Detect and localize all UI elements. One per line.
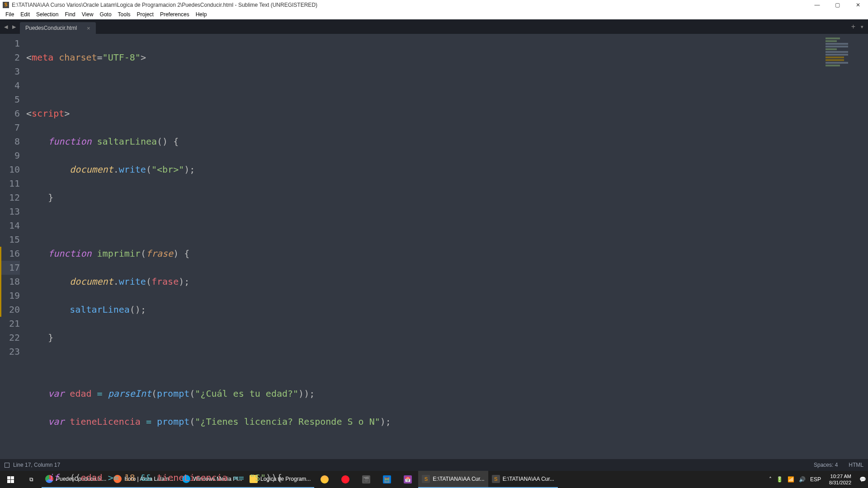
panel-toggle-icon[interactable] [5,463,9,468]
tab-strip: ◀ ▶ PuedesConducir.html × + ▾ [0,19,868,34]
minimize-button[interactable]: — [807,0,827,9]
new-tab-button[interactable]: + [851,23,855,31]
menu-help[interactable]: Help [193,10,210,19]
line-number: 23 [0,345,20,359]
line-number: 6 [0,107,20,121]
line-number: 22 [0,331,20,345]
menu-view[interactable]: View [79,10,96,19]
window-controls: — ▢ ✕ [807,0,868,9]
tab-nav-left-icon[interactable]: ◀ [2,22,10,32]
line-gutter: 1 2 3 4 5 6 7 8 9 10 11 12 13 14 15 16 1… [0,34,26,459]
menu-file[interactable]: File [3,10,17,19]
line-number: 11 [0,177,20,191]
minimap[interactable] [826,37,866,64]
menu-tools[interactable]: Tools [115,10,133,19]
line-number: 13 [0,205,20,219]
menu-bar: File Edit Selection Find View Goto Tools… [0,9,868,19]
app-icon: S [3,2,9,8]
tab-close-icon[interactable]: × [87,25,90,32]
line-number: 15 [0,233,20,247]
start-button[interactable] [0,471,21,488]
window-title: E:\TATIANA\AA Curso Varios\Oracle Latam\… [12,2,317,8]
tab-puedesconducir[interactable]: PuedesConducir.html × [20,22,96,34]
line-number: 14 [0,219,20,233]
line-number: 17 [0,261,20,275]
menu-preferences[interactable]: Preferences [157,10,192,19]
line-number: 8 [0,135,20,149]
tab-nav-right-icon[interactable]: ▶ [10,22,18,32]
line-number: 16 [0,247,20,261]
menu-project[interactable]: Project [134,10,156,19]
menu-selection[interactable]: Selection [33,10,61,19]
menu-goto[interactable]: Goto [97,10,114,19]
line-number: 20 [0,303,20,317]
line-number: 21 [0,317,20,331]
menu-edit[interactable]: Edit [18,10,33,19]
line-number: 5 [0,93,20,107]
line-number: 7 [0,121,20,135]
title-bar: S E:\TATIANA\AA Curso Varios\Oracle Lata… [0,0,868,9]
line-number: 4 [0,79,20,93]
line-number: 10 [0,163,20,177]
line-number: 18 [0,275,20,289]
line-number: 2 [0,51,20,65]
tab-menu-icon[interactable]: ▾ [858,22,866,32]
close-button[interactable]: ✕ [848,0,868,9]
editor[interactable]: 1 2 3 4 5 6 7 8 9 10 11 12 13 14 15 16 1… [0,34,868,459]
menu-find[interactable]: Find [62,10,78,19]
tab-label: PuedesConducir.html [25,25,77,31]
code-area[interactable]: <meta charset="UTF-8"> <script> function… [26,34,868,459]
line-number: 19 [0,289,20,303]
maximize-button[interactable]: ▢ [827,0,848,9]
line-number: 3 [0,65,20,79]
line-number: 9 [0,149,20,163]
line-number: 1 [0,37,20,51]
line-number: 12 [0,191,20,205]
